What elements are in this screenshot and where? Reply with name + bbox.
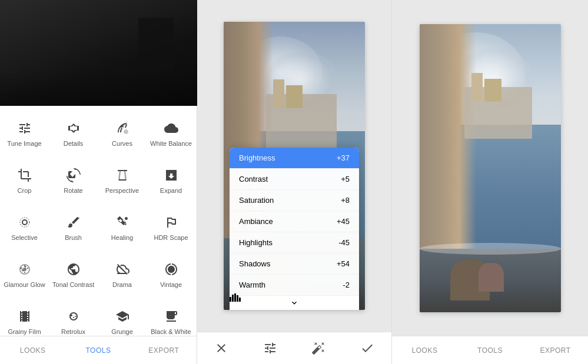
left-nav-export[interactable]: EXPORT [131, 336, 197, 364]
right-panel: LOOKS TOOLS EXPORT [391, 0, 588, 364]
tool-perspective[interactable]: Perspective [98, 158, 147, 205]
tool-white-balance[interactable]: White Balance [147, 111, 195, 158]
svg-rect-6 [237, 295, 238, 302]
left-bottom-nav: LOOKS TOOLS EXPORT [0, 336, 197, 364]
black-white-label: Black & White [151, 328, 191, 336]
curves-icon [114, 120, 131, 136]
middle-panel: Brightness +37 Contrast +5 Saturation +8… [197, 0, 391, 364]
drama-label: Drama [112, 281, 132, 289]
tools-grid: Tune Image Details Curves White Balance [0, 106, 197, 336]
tool-expand[interactable]: Expand [147, 158, 195, 205]
cancel-button[interactable] [211, 338, 232, 359]
hdr-scape-icon [163, 214, 180, 231]
grunge-label: Grunge [111, 328, 133, 336]
white-balance-label: White Balance [150, 140, 192, 148]
vintage-icon [163, 261, 180, 278]
confirm-button[interactable] [357, 338, 378, 359]
hdr-scape-label: HDR Scape [154, 234, 188, 242]
selective-icon [16, 214, 33, 231]
tool-vintage[interactable]: Vintage [147, 252, 195, 299]
tool-grunge[interactable]: Grunge [98, 299, 147, 336]
left-nav-looks[interactable]: LOOKS [0, 336, 65, 364]
adj-saturation-value: +8 [341, 196, 350, 205]
adj-ambiance-name: Ambiance [239, 217, 337, 226]
tool-drama[interactable]: Drama [98, 252, 147, 299]
drama-icon [114, 261, 131, 278]
adjustments-overlay: Brightness +37 Contrast +5 Saturation +8… [230, 148, 359, 310]
retrolux-icon [65, 308, 82, 325]
brush-label: Brush [65, 234, 82, 242]
tool-hdr-scape[interactable]: HDR Scape [147, 205, 195, 252]
tune-button[interactable] [260, 338, 281, 359]
right-bottom-nav: LOOKS TOOLS EXPORT [392, 336, 588, 364]
right-image-container [392, 0, 588, 336]
tool-healing[interactable]: Healing [98, 205, 147, 252]
adj-shadows[interactable]: Shadows +54 [230, 253, 359, 275]
tool-selective[interactable]: Selective [0, 205, 49, 252]
tools-row-4: Grainy Film Retrolux Grunge Black & Whit… [0, 299, 197, 336]
tune-image-icon [16, 120, 33, 136]
tool-black-white[interactable]: Black & White [147, 299, 195, 336]
adj-warmth-value: -2 [343, 280, 350, 289]
svg-point-0 [22, 220, 27, 225]
svg-point-1 [20, 218, 29, 227]
selective-label: Selective [11, 234, 38, 242]
adj-highlights[interactable]: Highlights -45 [230, 232, 359, 253]
rotate-label: Rotate [64, 187, 82, 195]
tools-row-2: Selective Brush Healing HDR Scape [0, 205, 197, 252]
perspective-icon [114, 167, 131, 183]
tool-retrolux[interactable]: Retrolux [49, 299, 98, 336]
tool-brush[interactable]: Brush [49, 205, 98, 252]
tools-row-1: Crop Rotate Perspective Expand [0, 158, 197, 205]
right-nav-looks[interactable]: LOOKS [392, 336, 457, 364]
tool-curves[interactable]: Curves [98, 111, 147, 158]
tools-row-0: Tune Image Details Curves White Balance [0, 111, 197, 158]
adj-contrast[interactable]: Contrast +5 [230, 169, 359, 190]
svg-rect-7 [239, 298, 241, 302]
tool-details[interactable]: Details [49, 111, 98, 158]
adj-highlights-name: Highlights [239, 238, 338, 247]
left-preview-image [0, 0, 197, 106]
glamour-glow-icon [16, 261, 33, 278]
adj-brightness-value: +37 [337, 153, 350, 162]
right-nav-tools[interactable]: TOOLS [457, 336, 523, 364]
brush-icon [65, 214, 82, 231]
svg-rect-4 [232, 295, 234, 302]
grunge-icon [114, 308, 131, 325]
crop-icon [16, 167, 33, 183]
tune-image-label: Tune Image [7, 140, 41, 148]
crop-label: Crop [18, 187, 32, 195]
white-balance-icon [163, 120, 180, 136]
left-nav-tools[interactable]: TOOLS [65, 336, 131, 364]
retrolux-label: Retrolux [61, 328, 85, 336]
tonal-contrast-label: Tonal Contrast [52, 281, 94, 289]
perspective-label: Perspective [105, 187, 139, 195]
middle-photo: Brightness +37 Contrast +5 Saturation +8… [224, 22, 365, 310]
tool-tonal-contrast[interactable]: Tonal Contrast [49, 252, 98, 299]
adj-highlights-value: -45 [338, 238, 350, 247]
magic-button[interactable] [308, 338, 329, 359]
adj-brightness-name: Brightness [239, 153, 337, 162]
tools-row-3: Glamour Glow Tonal Contrast Drama Vintag… [0, 252, 197, 299]
adj-brightness[interactable]: Brightness +37 [230, 148, 359, 169]
adj-ambiance[interactable]: Ambiance +45 [230, 211, 359, 232]
adj-chevron-down[interactable] [230, 296, 359, 310]
svg-rect-5 [234, 293, 236, 302]
adj-saturation[interactable]: Saturation +8 [230, 190, 359, 211]
tool-tune-image[interactable]: Tune Image [0, 111, 49, 158]
histogram-button[interactable] [230, 292, 241, 304]
curves-label: Curves [112, 140, 132, 148]
adj-shadows-value: +54 [337, 259, 350, 268]
left-panel: Tune Image Details Curves White Balance [0, 0, 197, 364]
healing-icon [114, 214, 131, 231]
adj-contrast-name: Contrast [239, 175, 341, 183]
glamour-glow-label: Glamour Glow [4, 281, 45, 289]
tool-grainy-film[interactable]: Grainy Film [0, 299, 49, 336]
adj-warmth[interactable]: Warmth -2 [230, 275, 359, 296]
right-nav-export[interactable]: EXPORT [523, 336, 588, 364]
svg-rect-3 [230, 297, 231, 302]
tool-crop[interactable]: Crop [0, 158, 49, 205]
tool-glamour-glow[interactable]: Glamour Glow [0, 252, 49, 299]
tool-rotate[interactable]: Rotate [49, 158, 98, 205]
middle-bottom-bar [197, 332, 391, 364]
